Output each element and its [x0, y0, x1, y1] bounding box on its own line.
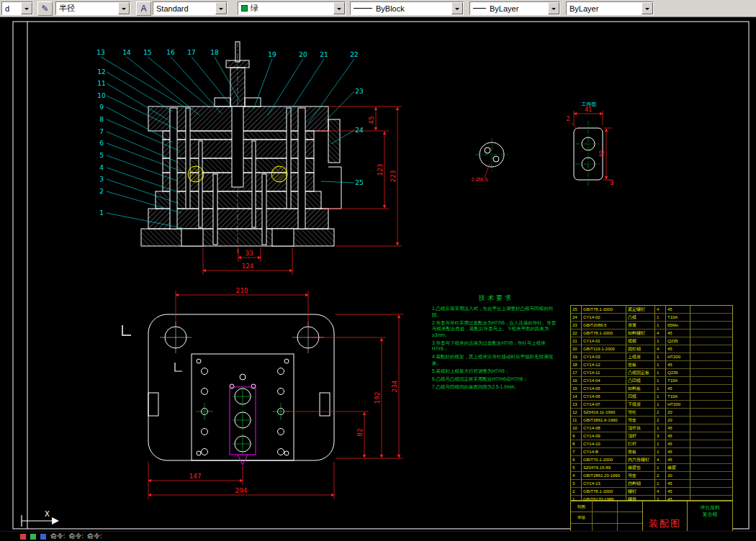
status-icon — [40, 534, 46, 540]
table-cell: 45 — [666, 424, 690, 432]
table-cell: GB/T2861.6-1990 — [582, 417, 626, 424]
color-dropdown[interactable]: 绿 — [238, 1, 346, 15]
table-cell: 25 — [571, 306, 582, 314]
table-cell — [690, 377, 732, 385]
table-cell: Q235 — [666, 337, 690, 345]
leader-line — [308, 59, 354, 124]
table-cell: 20 — [666, 409, 690, 417]
technical-requirements: 技术要求 1.凸模安装采用压入式，先在平台上调整好凸模与凹模的间隙。2.导套与导… — [432, 294, 560, 392]
table-cell: SZ0476.15-89 — [582, 464, 626, 472]
table-cell: 45 — [666, 480, 690, 488]
table-cell: 16 — [571, 377, 582, 385]
dim-2: 2 — [566, 116, 570, 122]
table-cell: 卸料板 — [626, 385, 655, 393]
tech-requirement-item: 3.导套与下模座的连接为过盈配合H7/r6；导柱与上模座H7/r6； — [432, 340, 560, 353]
dim-33: 33 — [245, 250, 253, 257]
layer-dropdown[interactable]: d — [1, 1, 33, 15]
table-row: 18CY14-12垫板145 — [571, 361, 732, 369]
table-cell: 弹簧 — [626, 322, 655, 329]
table-cell: GB/T2089.5 — [582, 322, 626, 329]
chevron-down-icon[interactable] — [451, 2, 463, 14]
table-cell: 2 — [655, 417, 666, 424]
table-cell — [690, 417, 732, 424]
plotstyle-value: ByLayer — [570, 4, 598, 13]
text-style-icon[interactable]: A — [136, 1, 151, 16]
table-cell: 18 — [571, 361, 582, 369]
table-cell: CY14-09 — [582, 432, 626, 440]
leader-line — [171, 57, 222, 114]
part-number-label: 15 — [143, 49, 151, 56]
table-cell: 65Mn — [666, 322, 690, 329]
table-row: 24CY14-02凸模1T10A — [571, 314, 732, 322]
table-row: 4GB/T2861.23-1990导套220 — [571, 472, 732, 480]
table-cell: 内六角螺钉 — [626, 456, 655, 464]
table-cell: GB/T119.1-2000 — [582, 345, 626, 353]
tech-requirement-item: 5.装模时上模最大行程调整为H7/h6； — [432, 368, 560, 375]
chevron-down-icon[interactable] — [118, 2, 130, 14]
chevron-down-icon[interactable] — [642, 2, 653, 14]
table-cell — [690, 456, 732, 464]
linetype-value: ByBlock — [376, 4, 405, 13]
lineweight-dropdown[interactable]: ByLayer — [469, 1, 560, 15]
table-cell: CY14-07 — [582, 401, 626, 409]
plan-view — [122, 314, 334, 460]
part-number-label: 24 — [355, 127, 364, 134]
leader-line — [325, 91, 354, 121]
table-row: 22GB/T78.1-2000卸料螺钉445 — [571, 329, 732, 337]
table-cell: 45 — [666, 345, 690, 353]
dim-style-icon[interactable]: ✎ — [37, 1, 53, 16]
part-number-label: 25 — [355, 179, 363, 186]
table-cell: 下模座 — [626, 401, 655, 409]
table-cell — [690, 306, 732, 314]
color-swatch-icon — [241, 5, 248, 12]
table-cell: 顶杆 — [626, 432, 655, 440]
command-bar[interactable]: 命令: 命令: 命令: — [0, 531, 756, 541]
drawing-canvas[interactable]: 45 123 223 33 124 210 234 192 82 147 294… — [0, 17, 756, 531]
table-cell: 5 — [571, 464, 582, 472]
table-cell — [690, 345, 732, 353]
linetype-dropdown[interactable]: ByBlock — [350, 1, 464, 15]
part-number-label: 9 — [99, 104, 104, 111]
table-cell: 4 — [655, 488, 666, 496]
table-cell: 24 — [571, 314, 582, 322]
status-icon — [30, 534, 36, 540]
chevron-down-icon[interactable] — [333, 2, 345, 14]
table-cell: 导柱 — [626, 409, 655, 417]
table-cell — [690, 409, 732, 417]
table-cell: GB/T78.1-2000 — [582, 306, 626, 314]
plotstyle-dropdown[interactable]: ByLayer — [566, 1, 654, 15]
table-cell: 紧定螺钉 — [626, 306, 655, 314]
leader-line — [107, 72, 173, 112]
table-cell: 45 — [666, 329, 690, 337]
text-style-dropdown[interactable]: Standard — [153, 1, 228, 15]
ucs-x-label: X — [45, 510, 50, 518]
part-number-label: 14 — [122, 49, 131, 56]
table-cell: 10 — [571, 424, 582, 432]
part-number-label: 12 — [97, 68, 105, 76]
table-row: 13CY14-07下模座1HT200 — [571, 401, 732, 409]
part-number-label: 13 — [96, 49, 104, 56]
part-number-label: 19 — [268, 51, 276, 58]
dim-82: 82 — [356, 428, 364, 436]
leader-line — [107, 83, 170, 121]
table-cell: 20 — [666, 417, 690, 424]
table-cell: 8 — [571, 440, 582, 448]
chevron-down-icon[interactable] — [215, 2, 227, 14]
part-number-label: 21 — [320, 51, 328, 58]
chevron-down-icon[interactable] — [548, 2, 559, 14]
part-number-label: 6 — [99, 140, 104, 147]
table-row: 6GB/T70.1-2000内六角螺钉445 — [571, 456, 732, 464]
command-prompt[interactable]: 命令: 命令: 命令: — [50, 532, 102, 541]
table-cell: 45 — [666, 361, 690, 369]
table-cell: 1 — [655, 393, 666, 401]
table-cell — [690, 464, 732, 472]
table-cell: 3 — [571, 480, 582, 488]
dim-style-dropdown[interactable]: 半径 — [55, 1, 130, 15]
table-cell: 1 — [655, 322, 666, 329]
chevron-down-icon[interactable] — [21, 2, 32, 14]
table-cell: 17 — [571, 369, 582, 377]
parts-table: 25GB/T78.1-2000紧定螺钉44524CY14-02凸模1T10A23… — [570, 305, 733, 501]
table-cell: 1 — [655, 369, 666, 377]
text-style-value: Standard — [156, 4, 189, 13]
table-row: 7CY14-B推板145 — [571, 448, 732, 456]
